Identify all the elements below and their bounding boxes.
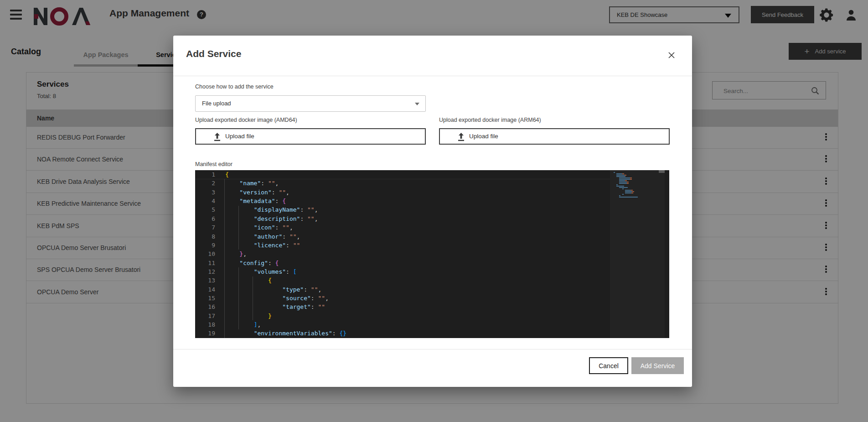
upload-icon (457, 133, 465, 141)
editor-line: 7 "icon": "", (195, 223, 669, 232)
minimap-corner (659, 170, 665, 173)
minimap-string-mark (632, 191, 634, 192)
method-select-value: File upload (202, 100, 231, 107)
add-service-dialog: Add Service Choose how to add the servic… (173, 36, 692, 387)
editor-minimap[interactable] (610, 170, 665, 338)
editor-line: 4 "metadata": { (195, 197, 669, 205)
minimap-line-mark (616, 186, 624, 187)
editor-line: 10 }, (195, 250, 669, 258)
line-number: 8 (195, 232, 215, 241)
line-number: 10 (195, 250, 215, 258)
minimap-line-mark (622, 194, 624, 195)
chevron-down-icon (415, 103, 419, 105)
upload-icon (213, 133, 221, 141)
line-number: 6 (195, 214, 215, 223)
editor-line: 2 "name": "", (195, 179, 669, 188)
minimap-string-mark (622, 173, 624, 174)
editor-line: 6 "description": "", (195, 214, 669, 223)
line-number: 17 (195, 312, 215, 320)
minimap-string-mark (630, 179, 632, 180)
minimap-line-mark (619, 195, 620, 196)
dialog-title: Add Service (186, 48, 241, 59)
minimap-string-mark (627, 182, 629, 182)
upload-file-arm64-button[interactable]: Upload file (439, 128, 670, 145)
line-number: 15 (195, 294, 215, 302)
editor-lines: 1{2 "name": "",3 "version": "",4 "metada… (195, 170, 669, 338)
minimap-line-mark (622, 188, 624, 189)
line-number: 1 (195, 170, 215, 179)
close-icon[interactable] (666, 49, 677, 61)
minimap-line-mark (619, 197, 637, 198)
editor-line: 3 "version": "", (195, 188, 669, 197)
editor-line: 9 "licence": "" (195, 241, 669, 250)
minimap-line-mark (614, 172, 615, 173)
line-number: 3 (195, 188, 215, 197)
editor-line: 5 "displayName": "", (195, 205, 669, 214)
line-number: 12 (195, 267, 215, 276)
line-number: 9 (195, 241, 215, 250)
choose-method-label: Choose how to add the service (195, 83, 274, 90)
upload-file-amd64-button[interactable]: Upload file (195, 128, 426, 145)
editor-line: 1{ (195, 170, 669, 179)
editor-line: 14 "type": "", (195, 285, 669, 294)
amd64-upload-label: Upload exported docker image (AMD64) (195, 117, 297, 123)
line-number: 14 (195, 285, 215, 294)
dialog-header-divider (173, 76, 692, 76)
minimap-string-mark (631, 193, 633, 193)
arm64-upload-label: Upload exported docker image (ARM64) (439, 117, 541, 123)
editor-line: 15 "source": "", (195, 294, 669, 302)
manifest-code-editor[interactable]: 1{2 "name": "",3 "version": "",4 "metada… (195, 170, 669, 338)
method-select[interactable]: File upload (195, 95, 426, 112)
editor-line: 19 "environmentVariables": {} (195, 329, 669, 338)
manifest-editor-label: Manifest editor (195, 161, 232, 167)
minimap-string-mark (631, 190, 633, 191)
editor-line: 11 "config": { (195, 259, 669, 267)
add-service-submit-button[interactable]: Add Service (631, 357, 684, 374)
editor-line: 16 "target": "" (195, 302, 669, 311)
line-number: 7 (195, 223, 215, 232)
minimap-line-mark (619, 187, 628, 188)
line-number: 13 (195, 276, 215, 285)
dialog-footer-divider (173, 349, 692, 349)
editor-line: 18 ], (195, 320, 669, 329)
minimap-string-mark (627, 183, 629, 184)
line-number: 2 (195, 179, 215, 188)
minimap-string-mark (630, 177, 632, 178)
current-line-border (195, 179, 610, 179)
app-root: App Management ? KEB DE Showcase Send Fe… (0, 0, 868, 422)
editor-line: 13 { (195, 276, 669, 285)
minimap-line-mark (616, 176, 625, 177)
cancel-button[interactable]: Cancel (589, 357, 628, 374)
line-number: 16 (195, 302, 215, 311)
line-number: 11 (195, 259, 215, 267)
line-number: 19 (195, 329, 215, 338)
editor-line: 8 "author": "", (195, 232, 669, 241)
minimap-string-mark (625, 175, 626, 176)
editor-line: 17 } (195, 312, 669, 320)
minimap-string-mark (625, 180, 627, 181)
minimap-line-mark (616, 184, 618, 185)
line-number: 4 (195, 197, 215, 205)
line-number: 18 (195, 320, 215, 329)
line-number: 5 (195, 205, 215, 214)
editor-line: 12 "volumes": [ (195, 267, 669, 276)
